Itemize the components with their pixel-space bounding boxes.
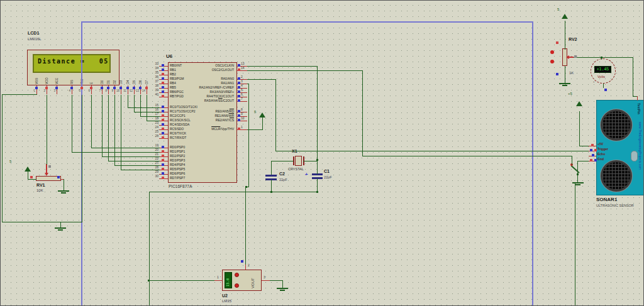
wire-segment — [275, 151, 589, 151]
wire-segment — [262, 280, 270, 281]
lcd-pin-number: 4 — [67, 90, 70, 93]
junction-dot — [316, 159, 318, 161]
wire-segment — [532, 21, 533, 306]
mcu-pin-number: 9 — [241, 112, 243, 116]
lcd-pin-label: VEE — [55, 70, 58, 84]
sonar-testpin-label: TestPin — [637, 103, 640, 114]
wire-segment — [603, 84, 604, 88]
crystal-body[interactable] — [295, 156, 302, 166]
wire-segment — [270, 280, 283, 281]
junction-dot — [245, 186, 247, 188]
ground-symbol-dash — [61, 192, 66, 194]
state-marker — [133, 87, 135, 89]
state-marker — [162, 95, 164, 97]
wire-segment — [565, 66, 565, 83]
wire-segment — [575, 183, 575, 305]
mcu-pin-number: 6 — [241, 93, 243, 96]
mcu-pin-number: 23 — [150, 121, 158, 124]
ground-symbol — [559, 83, 570, 84]
voltmeter-unit-label: Volts — [597, 75, 605, 79]
state-marker — [238, 82, 240, 84]
rv2-test-point-bottom[interactable] — [550, 60, 554, 63]
wire-segment — [134, 95, 135, 112]
mcu-pin-number: 26 — [150, 134, 158, 138]
lm35-display-value: 15.0 — [226, 271, 230, 287]
lm35-ref-label: U2 — [222, 293, 228, 298]
c2-plate-top[interactable] — [265, 175, 277, 177]
proteus-schematic-canvas: LCD1 LM016L Distance = 05 VSS1VDD2VEE3RS… — [0, 0, 644, 306]
mcu-pin-label: RA1/AN1 — [221, 82, 234, 85]
lm35-decrement-button[interactable] — [235, 283, 239, 288]
mcu-pin-number: 20 — [150, 148, 158, 151]
mcu-pin-number: 33 — [150, 62, 158, 65]
lcd-pin-label: RS — [70, 70, 74, 84]
wire-segment — [317, 66, 318, 174]
lcd-pin-label: D7 — [145, 70, 148, 84]
sonar-power-arrow-icon — [576, 101, 582, 106]
lcd-part-label: LM016L — [28, 37, 42, 41]
wire-segment — [245, 265, 246, 270]
state-marker — [80, 87, 83, 89]
mcu-pin-number: 19 — [150, 144, 158, 147]
rv1-wiper-shaft[interactable] — [46, 164, 47, 173]
wire-segment — [47, 95, 47, 165]
mcu-pin-label: RA5/AN4/SS/C2OUT — [204, 99, 234, 102]
wire-segment — [121, 170, 160, 170]
ground-symbol-dash — [575, 184, 580, 185]
state-marker — [48, 165, 51, 168]
mcu-pin-label: RA4/T0CKI/C1OUT — [206, 95, 234, 98]
wire-segment — [114, 95, 115, 166]
mcu-pin-number: 5 — [241, 89, 243, 92]
ground-symbol-dash — [58, 229, 63, 231]
lcd-pin-label: D0 — [101, 70, 104, 84]
lm35-pin1-number: 1 — [217, 276, 219, 279]
state-marker — [238, 77, 240, 80]
probe-cross-marker: + — [305, 172, 308, 177]
voltmeter-reading: +1.45 — [594, 66, 611, 73]
lm35-part-label: LM35 — [222, 299, 231, 303]
lm35-increment-button[interactable] — [235, 273, 239, 277]
lcd-pin-label: D4 — [126, 70, 130, 84]
wire-segment — [2, 222, 82, 222]
mcu-pin-number: 7 — [241, 97, 243, 101]
c1-ref-label: C1 — [324, 169, 330, 173]
junction-dot — [316, 191, 318, 193]
state-marker — [113, 87, 116, 89]
wire-segment — [362, 156, 572, 156]
rv1-power-arrow-icon — [25, 167, 31, 172]
rv2-test-point-top[interactable] — [550, 50, 554, 54]
lcd-ref-label: LCD1 — [28, 31, 39, 35]
state-marker — [162, 119, 164, 121]
state-marker — [162, 128, 164, 130]
mcu-pin-number: 28 — [150, 166, 158, 169]
lcd-pin-number: 14 — [142, 90, 145, 93]
state-marker — [45, 87, 48, 89]
state-marker — [238, 128, 240, 130]
c2-ref-label: C2 — [279, 172, 285, 176]
lcd-pin-number: 3 — [52, 90, 55, 93]
mcu-pin-label: RC4/SDI/SDA — [170, 123, 189, 126]
mcu-part-label: PIC16F877A — [169, 185, 192, 189]
mcu-pin-label: RA0/AN0 — [221, 77, 234, 80]
wire-segment — [72, 152, 160, 153]
state-marker — [162, 73, 164, 75]
wire-segment — [102, 95, 103, 157]
ground-symbol-dash — [280, 290, 285, 291]
echo-switch-lever[interactable] — [571, 165, 580, 173]
lcd-pin-number: 12 — [129, 90, 133, 93]
lcd-pin-number: 2 — [42, 90, 45, 93]
mcu-pin-number: 34 — [150, 67, 158, 70]
sonar-pin-label: Trigger — [597, 148, 608, 151]
mcu-pin-number: 24 — [150, 126, 158, 129]
mcu-pin-number: 16 — [150, 108, 158, 111]
state-marker — [162, 86, 164, 89]
rv2-power-arrow-icon — [562, 14, 568, 19]
lcd-pin-number: 5 — [77, 90, 80, 93]
rv1-power-label: 5 — [9, 160, 11, 163]
state-marker — [604, 89, 607, 91]
state-marker — [162, 168, 164, 170]
mcu-pin-label: RD7/PSP7 — [170, 177, 185, 180]
ground-symbol — [55, 227, 66, 229]
wire-segment — [214, 280, 222, 281]
state-marker — [139, 87, 142, 89]
